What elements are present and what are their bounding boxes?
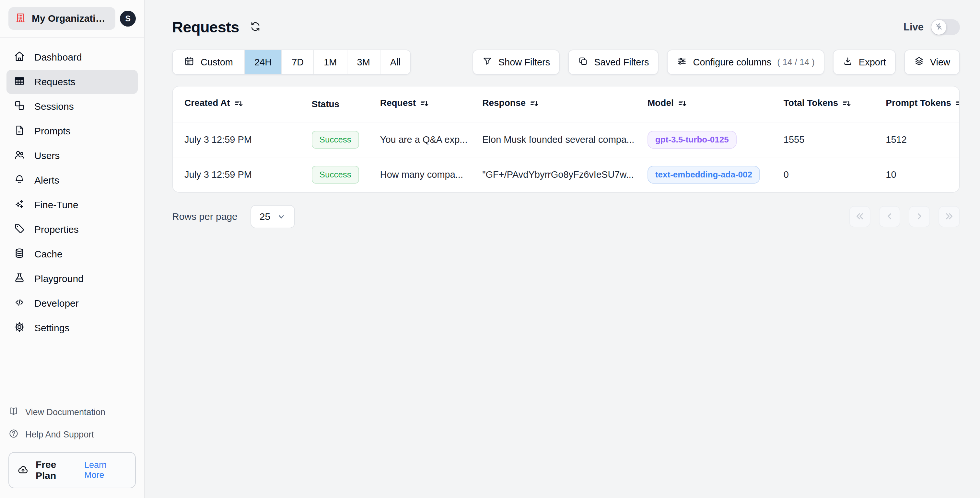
cell-prompt-tokens: 10 — [880, 157, 959, 192]
last-page-button[interactable] — [939, 206, 960, 227]
toolbar: Custom 24H 7D 1M 3M All Show Filters Sav… — [172, 49, 960, 75]
saved-filters-button[interactable]: Saved Filters — [568, 49, 659, 75]
building-icon — [15, 12, 26, 25]
cell-prompt-tokens: 1512 — [880, 122, 959, 157]
users-icon — [14, 149, 25, 163]
cell-model: gpt-3.5-turbo-0125 — [642, 122, 778, 157]
rows-per-page-select[interactable]: 25 — [250, 205, 295, 228]
column-header-model[interactable]: Model — [642, 86, 778, 122]
sidebar-item-developer[interactable]: Developer — [6, 292, 138, 316]
sidebar-item-users[interactable]: Users — [6, 144, 138, 168]
live-toggle-knob — [931, 20, 946, 35]
sidebar-item-label: Cache — [34, 249, 62, 260]
sort-icon — [420, 98, 430, 110]
sort-icon — [955, 98, 960, 110]
sidebar-item-playground[interactable]: Playground — [6, 267, 138, 291]
column-header-response[interactable]: Response — [477, 86, 642, 122]
next-page-button[interactable] — [909, 206, 930, 227]
status-badge: Success — [312, 131, 359, 149]
live-toggle[interactable] — [931, 19, 960, 35]
table-header-row: Created At Status Request Response Model… — [173, 86, 959, 122]
time-range-24h[interactable]: 24H — [244, 50, 281, 74]
prev-page-button[interactable] — [879, 206, 900, 227]
sidebar-item-alerts[interactable]: Alerts — [6, 168, 138, 192]
sidebar-item-dashboard[interactable]: Dashboard — [6, 45, 138, 69]
show-filters-button[interactable]: Show Filters — [473, 49, 560, 75]
sidebar-item-sessions[interactable]: Sessions — [6, 95, 138, 119]
live-toggle-group: Live — [904, 19, 960, 35]
sidebar-item-label: Prompts — [34, 125, 71, 136]
sidebar-item-prompts[interactable]: Prompts — [6, 119, 138, 143]
view-documentation-link[interactable]: View Documentation — [8, 406, 136, 419]
time-range-3m[interactable]: 3M — [347, 50, 380, 74]
calendar-icon — [184, 56, 195, 69]
sidebar-item-settings[interactable]: Settings — [6, 316, 138, 340]
sidebar-item-label: Sessions — [34, 101, 74, 112]
sidebar-item-label: Requests — [34, 76, 75, 87]
first-page-button[interactable] — [849, 206, 870, 227]
learn-more-link[interactable]: Learn More — [84, 460, 127, 480]
column-header-total-tokens[interactable]: Total Tokens — [778, 86, 881, 122]
chevrons-right-icon — [944, 211, 955, 223]
table-row[interactable]: July 3 12:59 PM Success You are a Q&A ex… — [173, 122, 959, 157]
export-button[interactable]: Export — [833, 49, 896, 75]
funnel-icon — [482, 56, 493, 69]
cell-total-tokens: 1555 — [778, 122, 881, 157]
sidebar-item-label: Playground — [34, 273, 84, 284]
cell-total-tokens: 0 — [778, 157, 881, 192]
copy-icon — [578, 56, 588, 69]
cell-created-at: July 3 12:59 PM — [173, 122, 307, 157]
refresh-button[interactable] — [250, 21, 261, 33]
column-header-status[interactable]: Status — [307, 86, 375, 122]
sort-icon — [842, 98, 852, 110]
chevron-down-icon — [277, 212, 286, 221]
chevron-left-icon — [884, 211, 895, 223]
columns-count: ( 14 / 14 ) — [777, 57, 815, 67]
configure-columns-button[interactable]: Configure columns ( 14 / 14 ) — [667, 49, 824, 75]
table-row[interactable]: July 3 12:59 PM Success How many compa..… — [173, 157, 959, 192]
org-switcher[interactable]: My Organizatio... — [8, 7, 115, 30]
view-button[interactable]: View — [904, 49, 960, 75]
sidebar-item-label: Dashboard — [34, 52, 82, 63]
refresh-icon — [250, 21, 261, 33]
sliders-icon — [677, 56, 687, 69]
sidebar-item-fine-tune[interactable]: Fine-Tune — [6, 193, 138, 217]
time-range-7d[interactable]: 7D — [281, 50, 313, 74]
cell-status: Success — [307, 122, 375, 157]
pager — [849, 206, 960, 227]
sidebar-item-requests[interactable]: Requests — [6, 70, 138, 94]
chevrons-left-icon — [854, 211, 865, 223]
plan-name: Free Plan — [36, 459, 78, 481]
column-header-created-at[interactable]: Created At — [173, 86, 307, 122]
footer-link-label: Help And Support — [25, 430, 94, 440]
table-icon — [14, 75, 25, 89]
app-window: My Organizatio... S Dashboard Requests S… — [0, 0, 980, 498]
org-name: My Organizatio... — [32, 13, 108, 24]
download-icon — [843, 56, 853, 69]
sidebar-item-label: Properties — [34, 224, 79, 235]
flash-slash-icon — [935, 22, 943, 32]
main-content: Requests Live Custom 24H 7D — [145, 0, 980, 498]
time-range-all[interactable]: All — [380, 50, 410, 74]
cell-response: "GF+/PAvdYbyrrGo8yFz6vIeSU7w... — [477, 157, 642, 192]
pagination-bar: Rows per page 25 — [172, 205, 960, 228]
help-and-support-link[interactable]: Help And Support — [8, 428, 136, 441]
avatar[interactable]: S — [120, 11, 136, 27]
sidebar-item-cache[interactable]: Cache — [6, 242, 138, 266]
column-header-prompt-tokens[interactable]: Prompt Tokens — [880, 86, 959, 122]
sparkles-icon — [14, 198, 25, 212]
gear-icon — [14, 321, 25, 335]
home-icon — [14, 51, 25, 64]
chevron-right-icon — [914, 211, 925, 223]
sidebar-item-label: Developer — [34, 298, 79, 309]
sidebar-item-properties[interactable]: Properties — [6, 217, 138, 241]
book-open-icon — [8, 406, 19, 419]
time-range-custom[interactable]: Custom — [173, 50, 244, 74]
cell-response: Elon Musk founded several compa... — [477, 122, 642, 157]
sidebar: My Organizatio... S Dashboard Requests S… — [0, 0, 145, 498]
time-range-1m[interactable]: 1M — [313, 50, 347, 74]
window-shadow — [242, 466, 980, 498]
plan-card[interactable]: Free Plan Learn More — [8, 452, 136, 488]
column-header-request[interactable]: Request — [375, 86, 477, 122]
cell-created-at: July 3 12:59 PM — [173, 157, 307, 192]
